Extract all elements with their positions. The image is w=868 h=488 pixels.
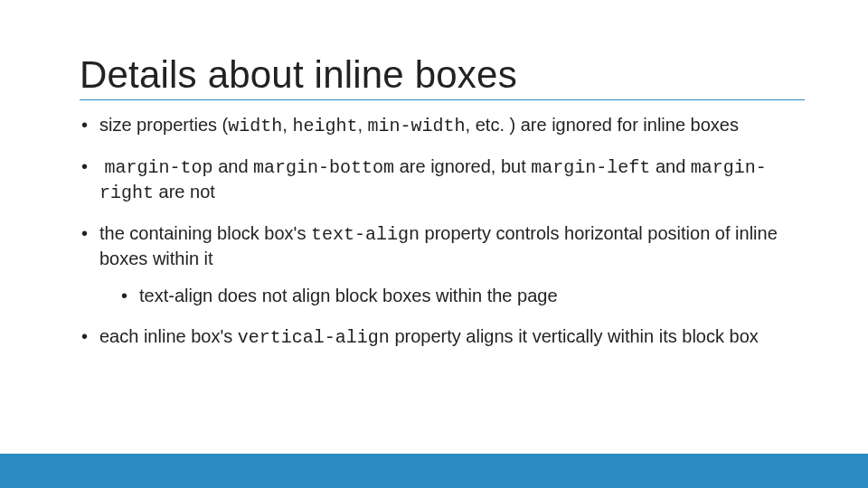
text: and	[650, 156, 690, 176]
text: , etc. ) are ignored for inline boxes	[466, 115, 739, 135]
text: ,	[282, 115, 292, 135]
text: and	[213, 156, 253, 176]
text: ,	[357, 115, 367, 135]
text: the containing block box's	[99, 223, 311, 243]
code-height: height	[292, 116, 357, 136]
slide-title: Details about inline boxes	[80, 54, 805, 100]
code-min-width: min-width	[368, 116, 466, 136]
text: each inline box's	[99, 326, 238, 346]
text: text-align does not align block boxes wi…	[139, 286, 558, 305]
code-margin-left: margin-left	[531, 157, 650, 178]
code-margin-top: margin-top	[105, 157, 213, 178]
code-vertical-align: vertical-align	[238, 327, 390, 348]
code-margin-bottom: margin-bottom	[253, 157, 394, 178]
slide-content: Details about inline boxes size properti…	[80, 54, 805, 366]
text: property aligns it vertically within its…	[390, 326, 759, 346]
bullet-item-2: margin-top and margin-bottom are ignored…	[80, 155, 805, 205]
code-text-align: text-align	[311, 224, 420, 245]
slide: Details about inline boxes size properti…	[0, 0, 868, 488]
footer-bar	[0, 454, 868, 488]
text: size properties (	[99, 115, 228, 135]
bullet-item-1: size properties (width, height, min-widt…	[80, 113, 805, 138]
text: are ignored, but	[394, 156, 531, 176]
code-width: width	[228, 116, 282, 136]
sub-bullet-item: text-align does not align block boxes wi…	[119, 284, 805, 308]
bullet-list: size properties (width, height, min-widt…	[80, 113, 805, 350]
text: are not	[154, 182, 215, 202]
bullet-item-4: each inline box's vertical-align propert…	[80, 324, 805, 350]
bullet-item-3: the containing block box's text-align pr…	[80, 221, 805, 308]
sub-bullet-list: text-align does not align block boxes wi…	[99, 284, 805, 308]
